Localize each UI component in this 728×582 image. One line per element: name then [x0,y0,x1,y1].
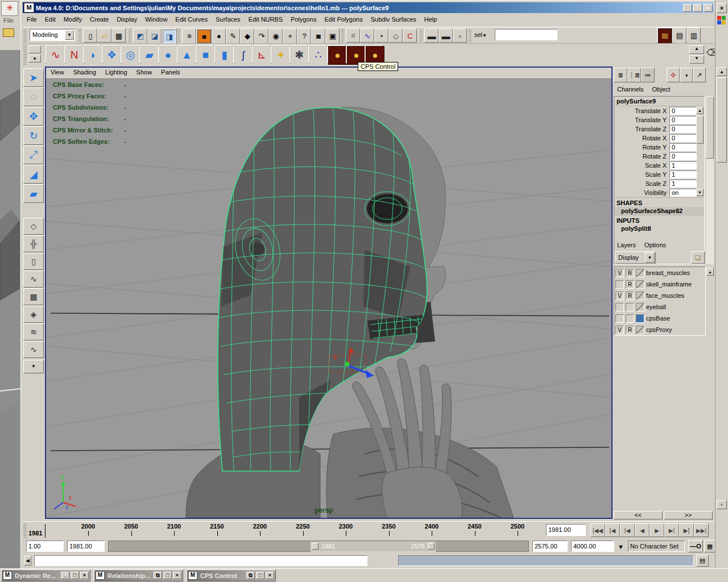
viewport-menu-item[interactable]: Panels [156,68,185,77]
menu-set-dropdown[interactable]: Modeling ▼ [30,29,75,41]
status-icon[interactable]: ● [212,28,226,44]
shelf-icon[interactable]: ❖ [102,45,121,64]
minimize-button[interactable]: ⧉ [154,572,162,579]
channel-value-field[interactable]: 1 [669,171,697,178]
script-editor-button[interactable]: ▤ [696,555,709,567]
channel-label[interactable]: Rotate X [614,135,667,142]
layers-scroll-up[interactable]: ▲ [706,268,714,276]
layer-visible-toggle[interactable]: V [615,292,624,300]
go-to-end-button[interactable]: ▶▶| [694,523,709,537]
tool-button[interactable]: ⤢ [23,146,44,164]
channels-menu[interactable]: Channels [614,85,647,94]
layer-visible-toggle[interactable] [615,314,624,323]
layer-row[interactable]: V R face_muscles [614,290,705,301]
status-icon[interactable]: ◙ [311,28,325,44]
edge-scroll-down[interactable]: ▼ [717,500,727,509]
menu-item[interactable]: Create [86,14,113,24]
viewport-menu-item[interactable]: Shading [69,68,101,77]
layer-swatch[interactable] [636,303,644,311]
channel-layout-icon[interactable]: ≣ [614,68,627,82]
close-button[interactable]: × [266,572,274,579]
layer-name[interactable]: breast_muscles [646,269,690,276]
shelf-icon[interactable]: ● [158,45,177,64]
layer-swatch[interactable] [636,280,644,289]
shelf-icon[interactable]: ● [346,45,365,64]
character-set-dropdown-icon[interactable]: ▼ [618,543,624,550]
play-backwards-button[interactable]: ◀ [635,523,650,537]
channel-value-field[interactable]: 0 [669,107,697,115]
layer-name[interactable]: cpsProxy [646,326,672,333]
menu-item[interactable]: Edit Curves [171,14,212,24]
status-icon[interactable]: ◉ [268,28,283,44]
shift-right-button[interactable]: >> [664,511,713,519]
command-line-toggle[interactable]: ◀ [24,556,31,566]
channel-value-field[interactable]: 0 [669,125,697,133]
layer-mode-dropdown[interactable]: Display ▼ [615,251,656,264]
status-icon[interactable]: ▫ [453,28,467,43]
go-to-start-button[interactable]: |◀◀ [590,523,605,537]
viewport-menu-item[interactable]: Show [132,68,157,77]
character-set-field[interactable]: No Character Set [628,541,685,552]
status-icon[interactable]: ∿ [360,28,374,43]
shelf-scroll-down[interactable]: ▼ [689,55,704,64]
channel-value-field[interactable]: 0 [669,116,697,124]
layer-visible-toggle[interactable]: V [615,269,624,277]
shelf-icon[interactable]: ▮ [214,45,233,64]
channel-scroll-thumb[interactable] [696,115,704,144]
menu-item[interactable]: Help [420,14,441,24]
viewport-content[interactable]: Y x z CPS Base Faces: - CPS Proxy Faces:… [46,79,611,518]
shelf-icon[interactable]: ✱ [289,45,308,64]
shelf-icon[interactable]: ◗ [83,45,102,64]
playhead[interactable] [45,524,46,538]
channel-scroll-up[interactable]: ▲ [696,107,704,114]
status-icon[interactable]: ▥ [686,27,701,43]
channel-label[interactable]: Translate Z [614,126,667,132]
channel-label[interactable]: Scale X [614,162,667,169]
create-layer-icon[interactable]: ❏ [691,251,705,264]
edge-scroll-thumb[interactable] [717,77,727,163]
channel-outer-scrollbar[interactable] [706,96,714,264]
layer-swatch[interactable] [636,314,644,323]
step-back-frame-button[interactable]: |◀ [620,523,635,537]
layer-reference-toggle[interactable]: R [626,280,634,289]
step-forward-key-button[interactable]: ▶] [679,523,694,537]
object-menu[interactable]: Object [649,85,674,94]
menu-item[interactable]: Surfaces [212,14,244,24]
maximize-button[interactable]: □ [71,572,79,579]
shelf-icon[interactable]: ∴ [308,45,327,64]
shelf-tab-button[interactable] [28,45,41,53]
layer-visible-toggle[interactable] [615,280,624,289]
minimize-button[interactable]: ⧉ [246,572,255,579]
status-icon[interactable]: ◇ [388,28,403,43]
layer-reference-toggle[interactable]: R [626,292,634,300]
status-icon[interactable]: ≋ [657,27,672,43]
status-icon[interactable]: ▱ [97,28,111,43]
layer-row[interactable]: cpsBase [614,313,705,324]
title-bar[interactable]: M Maya 4.0: D:\Documents and Settings\ju… [23,2,714,13]
channel-value-field[interactable]: 0 [669,152,697,160]
channel-value-field[interactable]: 1 [669,161,697,169]
shelf-icon[interactable]: ∿ [46,45,64,64]
range-slider-track[interactable]: 1981 2575 [108,541,529,552]
status-icon[interactable]: ? [297,28,311,44]
status-icon[interactable]: ▯ [83,28,97,43]
shift-left-button[interactable]: << [614,511,663,519]
input-node-name[interactable]: polySplit8 [614,225,704,232]
layout-button[interactable]: ∿ [23,271,44,288]
layer-name[interactable]: face_muscles [646,292,684,299]
status-icon[interactable]: • [374,28,388,43]
status-icon[interactable]: ⌗ [346,28,360,43]
play-forwards-button[interactable]: ▶ [650,523,664,537]
status-icon[interactable]: ▬ [424,28,439,43]
layer-visible-toggle[interactable]: V [615,326,624,334]
layer-row[interactable]: eyeball [614,301,705,313]
open-folder-icon[interactable] [3,28,14,37]
quick-select-input[interactable] [495,29,557,40]
channel-object-name[interactable]: polySurface9 [614,97,704,106]
status-icon[interactable]: C [403,28,417,43]
layout-menu-dropdown[interactable]: ▼ [23,360,44,373]
viewport-menu-item[interactable]: View [46,68,69,77]
channel-label[interactable]: Translate Y [614,117,667,123]
close-button[interactable]: × [80,572,89,579]
status-icon[interactable]: ◆ [240,28,254,44]
